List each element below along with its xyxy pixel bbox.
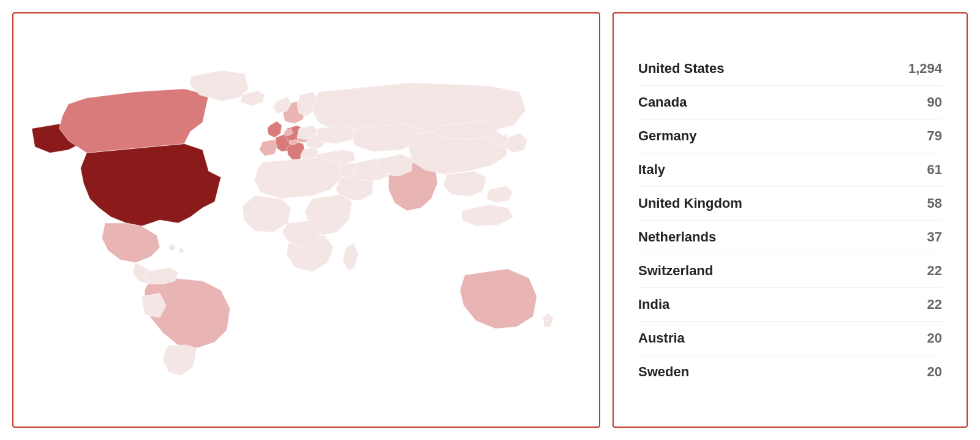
country-row: Switzerland22: [638, 254, 942, 288]
country-value: 37: [927, 229, 942, 245]
country-name: Canada: [638, 94, 687, 110]
country-name: Germany: [638, 128, 696, 144]
country-list: United States1,294Canada90Germany79Italy…: [638, 52, 942, 389]
country-name: Italy: [638, 162, 665, 178]
country-value: 61: [927, 162, 942, 178]
country-row: United States1,294: [638, 52, 942, 86]
country-value: 22: [927, 297, 942, 313]
world-map-container: [13, 13, 599, 427]
country-value: 1,294: [908, 61, 942, 77]
country-list-panel: United States1,294Canada90Germany79Italy…: [612, 12, 968, 428]
country-value: 20: [927, 364, 942, 380]
country-name: India: [638, 297, 669, 313]
country-row: India22: [638, 288, 942, 322]
country-name: United States: [638, 61, 725, 77]
country-row: Austria20: [638, 322, 942, 355]
world-map-svg: [13, 13, 599, 427]
country-name: United Kingdom: [638, 195, 742, 211]
country-value: 79: [927, 128, 942, 144]
country-row: Italy61: [638, 153, 942, 187]
caribbean-path: [169, 245, 175, 251]
map-panel: [12, 12, 600, 428]
country-name: Austria: [638, 330, 685, 346]
country-row: Germany79: [638, 119, 942, 153]
country-name: Netherlands: [638, 229, 716, 245]
country-value: 90: [927, 94, 942, 110]
country-value: 58: [927, 195, 942, 211]
country-name: Switzerland: [638, 263, 713, 279]
country-value: 20: [927, 330, 942, 346]
country-row: Netherlands37: [638, 221, 942, 254]
country-row: Sweden20: [638, 355, 942, 389]
country-row: Canada90: [638, 86, 942, 119]
country-name: Sweden: [638, 364, 689, 380]
country-value: 22: [927, 263, 942, 279]
country-row: United Kingdom58: [638, 187, 942, 221]
caribbean2-path: [179, 248, 184, 253]
